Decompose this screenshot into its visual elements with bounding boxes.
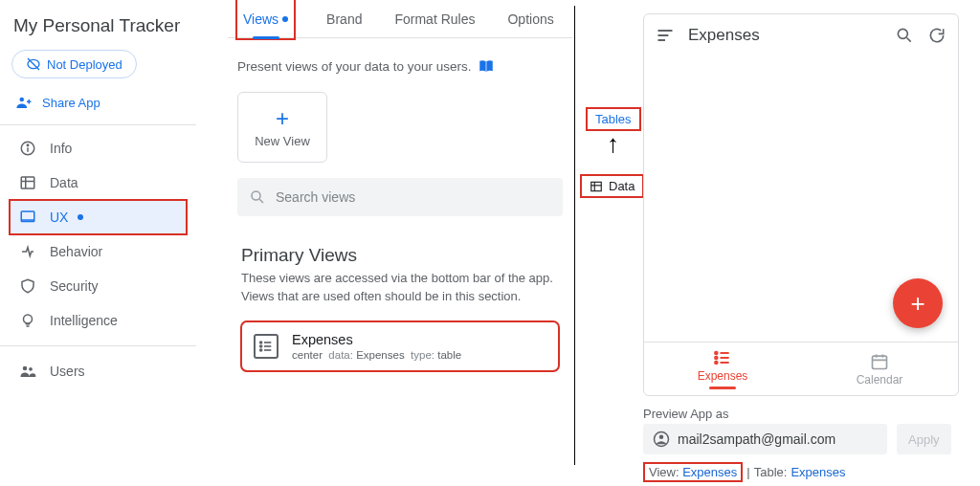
sidebar-item-label: Users xyxy=(50,364,85,379)
svg-rect-37 xyxy=(873,356,887,368)
tab-format-rules[interactable]: Format Rules xyxy=(394,0,475,38)
menu-icon[interactable] xyxy=(656,26,675,45)
tab-label: Options xyxy=(507,11,553,27)
view-link-box: View: Expenses xyxy=(643,462,743,482)
svg-point-15 xyxy=(252,191,260,200)
shield-icon xyxy=(19,277,36,295)
change-dot-icon xyxy=(282,16,288,22)
tab-brand[interactable]: Brand xyxy=(326,0,362,38)
tab-views[interactable]: Views xyxy=(237,0,294,38)
sidebar-item-intelligence[interactable]: Intelligence xyxy=(10,303,187,338)
sidebar-item-label: Intelligence xyxy=(50,313,118,328)
sidebar-item-users[interactable]: Users xyxy=(10,354,187,388)
sidebar-item-security[interactable]: Security xyxy=(10,269,187,303)
svg-point-36 xyxy=(715,362,718,364)
svg-point-2 xyxy=(20,98,25,102)
svg-rect-6 xyxy=(21,177,34,188)
view-card-expenses[interactable]: Expenses center data: Expenses type: tab… xyxy=(241,321,559,371)
preview-as-email: mail2sampath@gmail.com xyxy=(678,431,835,447)
callout-tables: Tables xyxy=(586,107,641,131)
sidebar-item-behavior[interactable]: Behavior xyxy=(10,234,187,269)
intro-text: Present views of your data to your users… xyxy=(228,38,572,75)
phone-preview: Expenses + Expenses Calendar xyxy=(643,13,959,396)
fab-add-button[interactable]: + xyxy=(893,278,943,328)
preview-as-label: Preview App as xyxy=(643,407,729,421)
table-link[interactable]: Expenses xyxy=(791,465,845,479)
primary-views-description: These views are accessed via the bottom … xyxy=(228,270,572,306)
new-view-button[interactable]: + New View xyxy=(237,92,327,163)
tab-label: Brand xyxy=(326,11,362,27)
svg-point-11 xyxy=(24,315,33,323)
list-icon xyxy=(713,348,732,367)
list-icon xyxy=(254,334,278,359)
behavior-icon xyxy=(19,243,36,260)
share-app-button[interactable]: Share App xyxy=(10,90,187,124)
phone-nav-calendar[interactable]: Calendar xyxy=(801,342,958,395)
users-icon xyxy=(19,363,36,380)
sidebar-item-label: UX xyxy=(50,210,68,225)
phone-nav-label: Expenses xyxy=(698,369,748,383)
svg-point-13 xyxy=(29,367,33,371)
plus-icon: + xyxy=(276,107,289,130)
search-icon[interactable] xyxy=(895,26,914,45)
phone-body: + xyxy=(644,56,958,342)
search-views-input[interactable]: Search views xyxy=(237,178,563,216)
svg-point-21 xyxy=(260,345,262,347)
tab-underline xyxy=(253,36,279,39)
app-title: My Personal Tracker xyxy=(10,10,187,50)
svg-point-35 xyxy=(715,357,718,360)
svg-point-42 xyxy=(659,435,664,440)
arrow-up-icon: ↑ xyxy=(607,129,619,159)
tab-options[interactable]: Options xyxy=(507,0,553,38)
ux-tabs: Views Brand Format Rules Options xyxy=(228,0,572,38)
svg-point-5 xyxy=(27,144,29,146)
refresh-icon[interactable] xyxy=(927,26,947,45)
view-link[interactable]: Expenses xyxy=(682,465,737,479)
phone-bottom-nav: Expenses Calendar xyxy=(644,342,958,395)
not-deployed-label: Not Deployed xyxy=(47,57,122,72)
phone-title: Expenses xyxy=(688,26,760,45)
person-add-icon xyxy=(15,94,33,111)
apply-button[interactable]: Apply xyxy=(897,424,951,454)
left-sidebar: My Personal Tracker Not Deployed Share A… xyxy=(0,0,196,486)
phone-nav-expenses[interactable]: Expenses xyxy=(644,342,801,395)
data-icon xyxy=(590,180,603,193)
vertical-divider xyxy=(574,6,575,465)
divider xyxy=(0,124,196,125)
tab-label: Format Rules xyxy=(394,11,475,27)
share-app-label: Share App xyxy=(42,96,100,110)
search-placeholder: Search views xyxy=(276,189,355,205)
ux-panel: Views Brand Format Rules Options Present… xyxy=(228,0,572,486)
tab-label: Views xyxy=(243,11,278,27)
calendar-icon xyxy=(870,352,889,371)
info-icon xyxy=(19,140,36,157)
sidebar-item-label: Data xyxy=(50,175,78,190)
user-circle-icon xyxy=(653,431,670,448)
bulb-icon xyxy=(19,312,36,329)
not-deployed-chip[interactable]: Not Deployed xyxy=(11,50,137,78)
sidebar-item-label: Behavior xyxy=(50,244,102,259)
sidebar-item-label: Security xyxy=(50,278,99,294)
svg-rect-23 xyxy=(591,182,602,190)
svg-line-30 xyxy=(907,38,911,42)
plus-icon: + xyxy=(910,289,924,319)
phone-topbar: Expenses xyxy=(644,14,958,56)
divider xyxy=(0,345,196,346)
preview-as-input[interactable]: mail2sampath@gmail.com xyxy=(643,424,887,454)
book-icon[interactable] xyxy=(478,57,495,75)
new-view-label: New View xyxy=(255,134,310,148)
svg-point-34 xyxy=(715,352,718,355)
sidebar-item-data[interactable]: Data xyxy=(10,166,187,200)
preview-as-row: mail2sampath@gmail.com Apply xyxy=(643,424,951,454)
view-card-meta: center data: Expenses type: table xyxy=(292,349,461,361)
intro-text-span: Present views of your data to your users… xyxy=(237,59,472,74)
sidebar-item-ux[interactable]: UX xyxy=(10,200,187,234)
svg-line-16 xyxy=(259,199,263,203)
view-card-title: Expenses xyxy=(292,332,461,347)
view-card-text: Expenses center data: Expenses type: tab… xyxy=(292,332,461,361)
sidebar-item-label: Info xyxy=(50,141,72,156)
cloud-off-icon xyxy=(26,56,41,72)
svg-point-29 xyxy=(898,29,907,38)
sidebar-item-info[interactable]: Info xyxy=(10,131,187,166)
svg-point-22 xyxy=(260,349,262,351)
